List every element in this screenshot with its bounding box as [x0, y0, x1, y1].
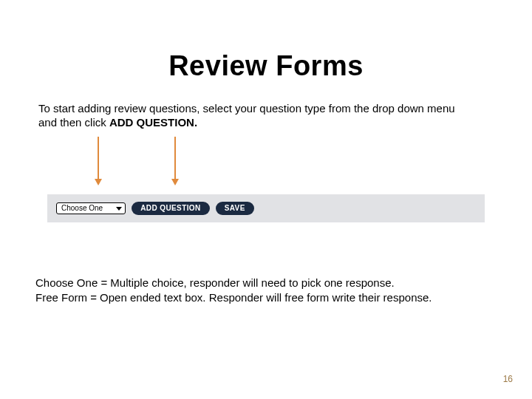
explain-line2: Free Form = Open ended text box. Respond…	[35, 291, 432, 304]
intro-line2-bold: ADD QUESTION.	[109, 116, 197, 129]
arrow-annotations	[0, 137, 532, 194]
toolbar-screenshot: Choose One ADD QUESTION SAVE	[47, 194, 485, 222]
arrow-down-icon	[174, 137, 176, 180]
add-question-button[interactable]: ADD QUESTION	[132, 202, 209, 215]
toolbar: Choose One ADD QUESTION SAVE	[47, 194, 485, 222]
intro-line1: To start adding review questions, select…	[38, 102, 455, 115]
explanation-text: Choose One = Multiple choice, responder …	[35, 276, 497, 304]
page-title: Review Forms	[0, 50, 532, 82]
explain-line1: Choose One = Multiple choice, responder …	[35, 276, 395, 289]
question-type-select[interactable]: Choose One	[56, 202, 126, 214]
save-button[interactable]: SAVE	[216, 202, 254, 215]
page-number: 16	[503, 374, 513, 384]
arrow-down-icon	[98, 137, 99, 180]
select-label: Choose One	[61, 204, 103, 213]
intro-line2-prefix: and then click	[38, 116, 109, 129]
intro-text: To start adding review questions, select…	[38, 101, 494, 129]
chevron-down-icon	[116, 207, 122, 211]
